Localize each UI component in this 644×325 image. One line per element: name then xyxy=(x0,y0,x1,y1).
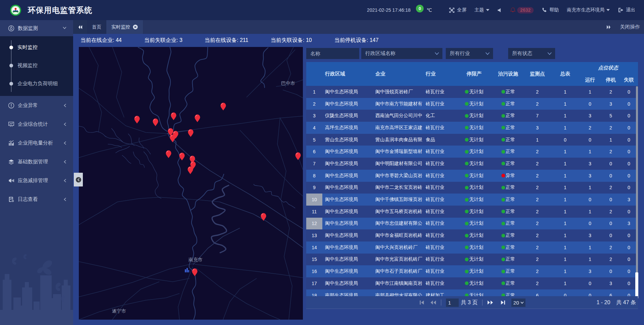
help-button[interactable]: 帮助 xyxy=(542,7,559,13)
row-index: 16 xyxy=(306,265,322,277)
table-row[interactable]: 1阆中生态环境局阆中强锐页岩砖厂砖瓦行业无计划正常21120 xyxy=(306,86,638,98)
sidebar-item-data-monitoring[interactable]: 数据监测 xyxy=(0,20,73,36)
cell-region: 阆中生态环境局 xyxy=(322,241,373,254)
cell-monitor: 2 xyxy=(523,146,552,158)
cell-company: 阆中市南方节能建材有 xyxy=(373,98,423,110)
cell-meter: 1 xyxy=(552,110,578,122)
brand: 环保用电监管系统 xyxy=(10,5,92,16)
close-operations-button[interactable]: 关闭操作 xyxy=(620,24,640,30)
sidebar-item-video-monitoring[interactable]: 视频监控 xyxy=(0,56,73,74)
cell-limit: 无计划 xyxy=(454,229,494,241)
timeline-dot xyxy=(9,82,13,86)
cell-industry: 砖瓦行业 xyxy=(423,122,454,134)
status-dot-green xyxy=(465,150,469,154)
table-row[interactable]: 5营山生态环境局营山县润丰肉食品有限食品无计划正常10010 xyxy=(306,134,638,146)
cell-company: 阆中明阳建材有限公司 xyxy=(373,158,423,170)
main-area: 首页 实时监控 关闭操作 当前在线企业: 44 当前失联企业: 3 xyxy=(73,20,644,325)
col-header-stop: 停机 xyxy=(602,74,620,86)
table-row[interactable]: 14阆中生态环境局阆中大兴页岩机砖厂砖瓦行业无计划正常21120 xyxy=(306,241,638,254)
name-filter-field[interactable] xyxy=(306,48,359,59)
table-row[interactable]: 17阆中生态环境局阆中市江南镇阆南页岩砖瓦行业无计划正常21030 xyxy=(306,277,638,289)
status-dot-green xyxy=(465,258,469,261)
next-page-button[interactable] xyxy=(487,300,493,305)
tab-realtime-monitoring[interactable]: 实时监控 xyxy=(106,20,143,34)
cell-limit: 无计划 xyxy=(454,194,494,206)
table-row[interactable]: 3仪陇生态环境局西南油气田分公司川中化工无计划正常71350 xyxy=(306,110,638,122)
table-row[interactable]: 16阆中生态环境局阆中市石子页岩机砖厂砖瓦行业无计划正常21300 xyxy=(306,265,638,277)
map-panel[interactable]: 巴中市南充市遂宁市 xyxy=(79,47,303,320)
notifications[interactable]: 2632 xyxy=(510,7,534,13)
sidebar-item-power-load-detail[interactable]: 企业电力负荷明细 xyxy=(0,74,73,93)
org-dropdown[interactable]: 南充市生态环境局 xyxy=(567,7,610,13)
double-chevron-left-icon xyxy=(78,25,83,30)
table-row[interactable]: 9阆中生态环境局阆中市二龙长宝页岩砖砖瓦行业无计划正常21120 xyxy=(306,182,638,194)
table-row[interactable]: 4高坪生态环境局南充市高坪区王家店建砖瓦行业无计划正常31220 xyxy=(306,122,638,134)
cell-stop: 2 xyxy=(602,122,620,134)
sidebar-item-base-data[interactable]: 基础数据管理 xyxy=(0,152,73,171)
table-row[interactable]: 2阆中生态环境局阆中市南方节能建材有砖瓦行业无计划正常21030 xyxy=(306,98,638,110)
chevron-down-icon xyxy=(547,52,552,55)
stat-online-devices: 当前在线设备: 211 xyxy=(205,37,271,44)
sidebar-item-company-statistics[interactable]: 企业综合统计 xyxy=(0,115,73,133)
table-row[interactable]: 7阆中生态环境局阆中明阳建材有限公司砖瓦行业无计划正常21300 xyxy=(306,158,638,170)
cell-run: 3 xyxy=(578,110,602,122)
sidebar-item-power-analysis[interactable]: 企业用电量分析 xyxy=(0,133,73,152)
status-dot-green xyxy=(465,210,469,213)
double-chevron-right-icon[interactable] xyxy=(606,25,611,30)
cell-lost: 0 xyxy=(620,254,638,266)
sidebar-item-logs[interactable]: 日志查看 xyxy=(0,190,73,209)
first-page-button[interactable] xyxy=(419,300,425,305)
tabs-scroll-left-button[interactable] xyxy=(73,20,87,34)
table-row[interactable]: 18南部生态环境局南部县砌华水泥有限公建材加工无计划正常60060 xyxy=(306,289,638,296)
total-count-label: 共 47 条 xyxy=(616,299,636,306)
chevron-left-icon xyxy=(64,122,66,126)
sidebar-item-realtime-monitoring[interactable]: 实时监控 xyxy=(0,38,73,56)
close-tab-icon[interactable] xyxy=(133,24,138,30)
table-row[interactable]: 13阆中生态环境局阆中市金福旺页岩机砖砖瓦行业无计划正常21300 xyxy=(306,229,638,241)
phone-icon xyxy=(542,7,547,13)
page-number-input[interactable] xyxy=(446,299,459,307)
table-row[interactable]: 8阆中生态环境局阆中市枣碧大梁山页岩砖瓦行业无计划异常21300 xyxy=(306,170,638,182)
col-header-monitor: 监测点 xyxy=(523,62,552,86)
table-row[interactable]: 15阆中生态环境局阆中市光富页岩机砖厂砖瓦行业无计划正常21120 xyxy=(306,254,638,266)
cell-limit: 无计划 xyxy=(454,206,494,218)
scrollbar-thumb[interactable] xyxy=(635,272,638,299)
cell-treatment: 正常 xyxy=(494,218,523,230)
table-row[interactable]: 6阆中生态环境局阆中市金博瑞新型墙材砖瓦行业无计划正常21120 xyxy=(306,146,638,158)
status-dot-green xyxy=(465,270,469,273)
status-dot-green xyxy=(501,293,505,296)
industry-filter-select[interactable]: 所有行业 xyxy=(446,48,493,59)
table-row[interactable]: 10阆中生态环境局阆中千佛镇五郎垭页岩砖瓦行业无计划正常21003 xyxy=(306,194,638,206)
cell-monitor: 2 xyxy=(523,86,552,98)
cell-run: 0 xyxy=(578,194,602,206)
status-filter-select[interactable]: 所有状态 xyxy=(508,48,555,59)
cell-stop: 2 xyxy=(602,241,620,254)
page-size-select[interactable]: 20 xyxy=(512,299,526,307)
cell-treatment: 正常 xyxy=(494,146,523,158)
cell-limit: 无计划 xyxy=(454,158,494,170)
document-gear-icon xyxy=(8,196,14,203)
collapse-panel-button[interactable] xyxy=(74,173,83,186)
name-filter-input[interactable] xyxy=(310,51,355,56)
col-header-company: 企业 xyxy=(373,62,423,86)
topbar-actions: 2021-02-25 17:46:18 0 ℃ 全屏 xyxy=(367,0,635,20)
range-label: 1 - 20 xyxy=(596,300,610,306)
sidebar-item-label: 企业用电量分析 xyxy=(18,140,53,146)
mute-button[interactable] xyxy=(497,8,502,13)
theme-dropdown[interactable]: 主题 xyxy=(475,7,489,13)
last-page-button[interactable] xyxy=(500,300,506,305)
sidebar-item-emergency[interactable]: 应急减排管理 xyxy=(0,171,73,190)
cell-treatment: 正常 xyxy=(494,229,523,241)
table-scrollbar[interactable] xyxy=(636,86,638,299)
cell-industry: 砖瓦行业 xyxy=(423,194,454,206)
cell-lost: 0 xyxy=(620,134,638,146)
region-filter-select[interactable]: 行政区域名称 xyxy=(361,48,442,59)
fullscreen-button[interactable]: 全屏 xyxy=(449,7,467,13)
cell-treatment: 正常 xyxy=(494,206,523,218)
logout-button[interactable]: 退出 xyxy=(618,7,635,13)
tab-home[interactable]: 首页 xyxy=(87,20,106,34)
table-row[interactable]: 12阆中生态环境局阆中市忠信建材有限公砖瓦行业无计划正常21003 xyxy=(306,218,638,230)
prev-page-button[interactable] xyxy=(430,300,436,305)
table-row[interactable]: 11阆中生态环境局阆中市五马桥页岩机砖砖瓦行业无计划正常21120 xyxy=(306,206,638,218)
sidebar-item-company-abnormal[interactable]: 企业异常 xyxy=(0,96,73,115)
